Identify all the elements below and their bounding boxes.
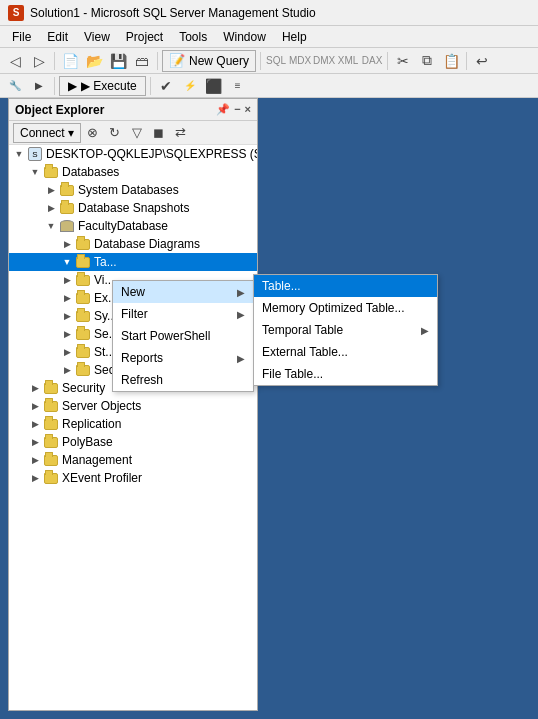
cm2-memory-table-item[interactable]: Memory Optimized Table... [254, 297, 437, 319]
server-objects-label: Server Objects [62, 399, 141, 413]
menu-edit[interactable]: Edit [39, 28, 76, 46]
connect-button[interactable]: Connect ▾ [13, 123, 81, 143]
oe-minimize-button[interactable]: − [234, 103, 240, 116]
menu-window[interactable]: Window [215, 28, 274, 46]
replication-expand-icon: ▶ [27, 416, 43, 432]
cm2-temporal-table-item[interactable]: Temporal Table ▶ [254, 319, 437, 341]
tree-tables-node[interactable]: ▼ Ta... [9, 253, 257, 271]
cm2-external-table-item[interactable]: External Table... [254, 341, 437, 363]
new-file-button[interactable]: 📄 [59, 50, 81, 72]
execute-label: ▶ Execute [81, 79, 137, 93]
tree-xevent-profiler[interactable]: ▶ XEvent Profiler [9, 469, 257, 487]
security-expand-icon: ▶ [27, 380, 43, 396]
cm2-table-label: Table... [262, 279, 429, 293]
cm2-memory-table-label: Memory Optimized Table... [262, 301, 429, 315]
system-db-label: System Databases [78, 183, 179, 197]
snapshots-label: Database Snapshots [78, 201, 189, 215]
cm1-filter-item[interactable]: Filter ▶ [113, 303, 253, 325]
oe-pin-icon[interactable]: 📌 [216, 103, 230, 116]
forward-button[interactable]: ▷ [28, 50, 50, 72]
back-button[interactable]: ◁ [4, 50, 26, 72]
results-button[interactable]: ≡ [227, 75, 249, 97]
debug-button[interactable]: 🔧 [4, 75, 26, 97]
run-button[interactable]: ▶ [28, 75, 50, 97]
synonyms-icon [75, 309, 91, 323]
save-all-button[interactable]: 🗃 [131, 50, 153, 72]
btn-extra-3[interactable]: DMX [313, 50, 335, 72]
btn-extra-1[interactable]: SQL [265, 50, 287, 72]
oe-toolbar: Connect ▾ ⊗ ↻ ▽ ◼ ⇄ [9, 121, 257, 145]
tree-replication[interactable]: ▶ Replication [9, 415, 257, 433]
tables-icon [75, 255, 91, 269]
btn-extra-4[interactable]: XML [337, 50, 359, 72]
databases-folder-icon [43, 165, 59, 179]
snapshots-expand-icon: ▶ [43, 200, 59, 216]
cm1-new-item[interactable]: New ▶ [113, 281, 253, 303]
save-button[interactable]: 💾 [107, 50, 129, 72]
tree-db-diagrams[interactable]: ▶ Database Diagrams [9, 235, 257, 253]
xevent-expand-icon: ▶ [27, 470, 43, 486]
stop-button[interactable]: ⬛ [203, 75, 225, 97]
btn-extra-2[interactable]: MDX [289, 50, 311, 72]
cm2-table-item[interactable]: Table... [254, 275, 437, 297]
tree-server-node[interactable]: ▼ S DESKTOP-QQKLEJP\SQLEXPRESS (SQL S... [9, 145, 257, 163]
undo-button[interactable]: ↩ [471, 50, 493, 72]
tables-label: Ta... [94, 255, 117, 269]
refresh-oe-button[interactable]: ↻ [105, 123, 125, 143]
management-label: Management [62, 453, 132, 467]
tree-databases-node[interactable]: ▼ Databases [9, 163, 257, 181]
tree-db-snapshots[interactable]: ▶ Database Snapshots [9, 199, 257, 217]
management-expand-icon: ▶ [27, 452, 43, 468]
cm1-powershell-item[interactable]: Start PowerShell [113, 325, 253, 347]
stop-refresh-button[interactable]: ◼ [149, 123, 169, 143]
tree-system-databases[interactable]: ▶ System Databases [9, 181, 257, 199]
diagrams-expand-icon: ▶ [59, 236, 75, 252]
security-label: Security [62, 381, 105, 395]
cm2-file-table-item[interactable]: File Table... [254, 363, 437, 385]
execute-button[interactable]: ▶ ▶ Execute [59, 76, 146, 96]
btn-extra-5[interactable]: DAX [361, 50, 383, 72]
prog-expand-icon: ▶ [59, 326, 75, 342]
databases-label: Databases [62, 165, 119, 179]
cm2-external-table-label: External Table... [262, 345, 429, 359]
tree-server-objects[interactable]: ▶ Server Objects [9, 397, 257, 415]
open-button[interactable]: 📂 [83, 50, 105, 72]
faculty-db-label: FacultyDatabase [78, 219, 168, 233]
management-icon [43, 453, 59, 467]
toolbar-separator-5 [466, 52, 467, 70]
new-query-icon: 📝 [169, 53, 185, 68]
context-menu-2: Table... Memory Optimized Table... Tempo… [253, 274, 438, 386]
oe-title: Object Explorer [15, 103, 104, 117]
tree-faculty-db[interactable]: ▼ FacultyDatabase [9, 217, 257, 235]
filter-oe-button[interactable]: ▽ [127, 123, 147, 143]
polybase-label: PolyBase [62, 435, 113, 449]
menu-file[interactable]: File [4, 28, 39, 46]
cut-button[interactable]: ✂ [392, 50, 414, 72]
secondary-toolbar: 🔧 ▶ ▶ ▶ Execute ✔ ⚡ ⬛ ≡ [0, 74, 538, 98]
context-menu-1: New ▶ Filter ▶ Start PowerShell Reports … [112, 280, 254, 392]
disconnect-button[interactable]: ⊗ [83, 123, 103, 143]
menu-tools[interactable]: Tools [171, 28, 215, 46]
oe-close-button[interactable]: × [245, 103, 251, 116]
paste-button[interactable]: 📋 [440, 50, 462, 72]
check-button[interactable]: ✔ [155, 75, 177, 97]
cm1-reports-arrow: ▶ [237, 353, 245, 364]
copy-button[interactable]: ⧉ [416, 50, 438, 72]
cm1-reports-item[interactable]: Reports ▶ [113, 347, 253, 369]
new-query-button[interactable]: 📝 New Query [162, 50, 256, 72]
tree-polybase[interactable]: ▶ PolyBase [9, 433, 257, 451]
tb2-separator-2 [150, 77, 151, 95]
polybase-icon [43, 435, 59, 449]
synonyms-expand-icon: ▶ [59, 308, 75, 324]
tree-management[interactable]: ▶ Management [9, 451, 257, 469]
object-explorer-panel: Object Explorer 📌 − × Connect ▾ ⊗ ↻ ▽ ◼ … [8, 98, 258, 711]
parse-button[interactable]: ⚡ [179, 75, 201, 97]
menu-project[interactable]: Project [118, 28, 171, 46]
tb2-separator-1 [54, 77, 55, 95]
server-label: DESKTOP-QQKLEJP\SQLEXPRESS (SQL S... [46, 147, 257, 161]
databases-expand-icon: ▼ [27, 164, 43, 180]
sync-button[interactable]: ⇄ [171, 123, 191, 143]
menu-view[interactable]: View [76, 28, 118, 46]
cm1-refresh-item[interactable]: Refresh [113, 369, 253, 391]
menu-help[interactable]: Help [274, 28, 315, 46]
